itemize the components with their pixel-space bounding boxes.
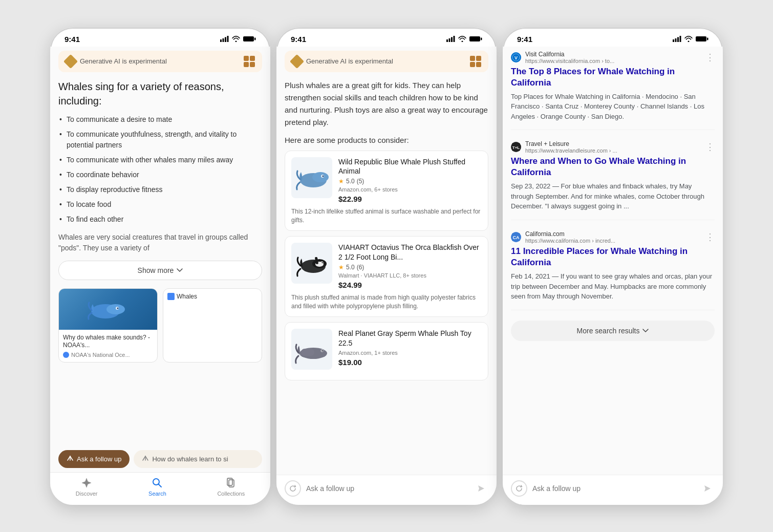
nav-collections[interactable]: Collections <box>217 477 245 497</box>
bullet-item: To display reproductive fitness <box>58 184 262 195</box>
svg-rect-19 <box>481 38 482 40</box>
status-bar-3: 9:41 <box>503 28 723 47</box>
result-item-3[interactable]: CA California.com https://www.california… <box>511 230 715 310</box>
source-favicon <box>63 352 69 358</box>
rating-value-2: 5.0 <box>346 264 355 271</box>
show-more-button[interactable]: Show more <box>58 261 262 280</box>
grid-icon-2[interactable] <box>470 56 481 67</box>
time-display-2: 9:41 <box>291 35 306 44</box>
refresh-icon-3[interactable] <box>511 480 527 497</box>
svg-text:CA: CA <box>513 235 520 240</box>
source-url-2: https://www.travelandleisure.com › ... <box>525 147 617 154</box>
wifi-icon <box>232 36 240 42</box>
status-icons-2 <box>446 36 482 42</box>
grid-icon[interactable] <box>244 56 255 67</box>
diamond-icon <box>63 54 78 68</box>
time-display-3: 9:41 <box>517 35 532 44</box>
svg-line-11 <box>159 484 162 487</box>
follow-up-input-2[interactable] <box>306 484 469 493</box>
diamond-icon-2 <box>290 54 304 68</box>
related-card-1[interactable]: Why do whales make sounds? - NOAA's... N… <box>58 288 158 363</box>
product-inner-3: Real Planet Gray Sperm Whale Plush Toy 2… <box>291 329 482 370</box>
product-card-3[interactable]: Real Planet Gray Sperm Whale Plush Toy 2… <box>285 322 488 380</box>
result-more-3[interactable]: ⋮ <box>705 231 715 243</box>
source-info-1: Visit California https://www.visitcalifo… <box>525 51 614 64</box>
phone1-content: Generative AI is experimental Whales sin… <box>50 47 270 505</box>
wifi-icon-3 <box>684 36 693 42</box>
svg-rect-0 <box>220 39 222 42</box>
result-title-1[interactable]: The Top 8 Places for Whale Watching in C… <box>511 66 715 89</box>
ai-banner-2: Generative AI is experimental <box>285 51 488 72</box>
more-results-button[interactable]: More search results <box>511 321 715 341</box>
related-card-2[interactable]: Whales <box>163 288 262 363</box>
intro-text: Plush whales are a great gift for kids. … <box>285 79 488 129</box>
send-button-3[interactable] <box>700 481 715 496</box>
how-do-button[interactable]: How do whales learn to si <box>134 450 262 468</box>
result-source-3: CA California.com https://www.california… <box>511 230 715 244</box>
svg-rect-2 <box>225 37 226 42</box>
result-title-3[interactable]: 11 Incredible Places for Whale Watching … <box>511 246 715 268</box>
product-card-2[interactable]: VIAHART Octavius The Orca Blackfish Over… <box>285 236 488 317</box>
signal-icon-3 <box>673 36 681 42</box>
phone-2: 9:41 Generative AI is expe <box>276 28 497 505</box>
result-more-2[interactable]: ⋮ <box>705 141 715 153</box>
product-scroll[interactable]: Plush whales are a great gift for kids. … <box>276 75 497 475</box>
product-desc-1: This 12-inch lifelike stuffed animal is … <box>291 207 482 225</box>
source-url-1: https://www.visitcalifornia.com › to... <box>525 58 614 64</box>
ai-banner-1: Generative AI is experimental <box>58 51 262 72</box>
bullet-item: To communicate with other whales many mi… <box>58 155 262 165</box>
favicon-2: T+L <box>511 142 521 152</box>
related-card-source: NOAA's National Oce... <box>63 352 153 358</box>
product-card-1[interactable]: Wild Republic Blue Whale Plush Stuffed A… <box>285 151 488 231</box>
nav-search[interactable]: Search <box>148 477 166 497</box>
send-icon <box>476 483 486 494</box>
svg-text:T+L: T+L <box>512 145 520 150</box>
result-source-1: V Visit California https://www.visitcali… <box>511 51 715 64</box>
ai-banner-text: Generative AI is experimental <box>80 57 167 65</box>
svg-rect-17 <box>454 36 455 42</box>
result-item-2[interactable]: T+L Travel + Leisure https://www.travela… <box>511 140 715 220</box>
result-snippet-3: Feb 14, 2021 — If you want to see gray w… <box>511 271 715 302</box>
orca-svg <box>294 247 330 280</box>
source-name-2: Travel + Leisure <box>525 140 617 147</box>
refresh-icon[interactable] <box>285 480 301 497</box>
tag-icon <box>167 293 175 300</box>
more-results-label: More search results <box>577 327 640 335</box>
blue-whale-svg <box>294 161 330 194</box>
phone1-scroll[interactable]: Whales sing for a variety of reasons, in… <box>50 75 270 445</box>
search-results-scroll[interactable]: V Visit California https://www.visitcali… <box>503 47 723 475</box>
product-source-3: Amazon.com, 1+ stores <box>338 350 482 356</box>
battery-icon-3 <box>696 36 708 42</box>
result-item-1[interactable]: V Visit California https://www.visitcali… <box>511 51 715 131</box>
status-icons-3 <box>673 36 708 42</box>
rating-count-2: (6) <box>357 264 364 271</box>
result-more-1[interactable]: ⋮ <box>705 52 715 63</box>
related-card-image <box>59 289 157 330</box>
source-name-1: Visit California <box>525 51 614 58</box>
follow-input-bar-3 <box>503 475 723 505</box>
result-snippet-2: Sep 23, 2022 — For blue whales and finba… <box>511 181 715 211</box>
search-icon <box>151 477 163 489</box>
signal-icon <box>220 36 229 42</box>
time-display: 9:41 <box>65 35 80 44</box>
svg-text:V: V <box>514 55 518 60</box>
svg-rect-5 <box>254 38 256 40</box>
chevron-down-icon <box>177 268 183 272</box>
bullet-list: To communicate a desire to mate To commu… <box>58 114 262 225</box>
svg-rect-14 <box>446 39 448 42</box>
ask-follow-up-button[interactable]: Ask a follow up <box>58 450 130 468</box>
product-inner-1: Wild Republic Blue Whale Plush Stuffed A… <box>291 157 482 203</box>
rating-value: 5.0 <box>346 178 355 185</box>
svg-point-9 <box>117 308 119 309</box>
related-card-label: Whales <box>177 293 197 300</box>
result-title-2[interactable]: Where and When to Go Whale Watching in C… <box>511 156 715 178</box>
product-details-1: Wild Republic Blue Whale Plush Stuffed A… <box>338 157 482 203</box>
follow-icon-2 <box>142 455 149 462</box>
phone2-content: Generative AI is experimental Plush whal… <box>276 47 497 505</box>
follow-up-input-3[interactable] <box>532 484 695 493</box>
nav-discover[interactable]: Discover <box>76 477 98 497</box>
product-price-2: $24.99 <box>338 281 482 289</box>
svg-rect-13 <box>229 480 234 487</box>
send-button-2[interactable] <box>474 481 488 496</box>
product-source-1: Amazon.com, 6+ stores <box>338 186 482 193</box>
